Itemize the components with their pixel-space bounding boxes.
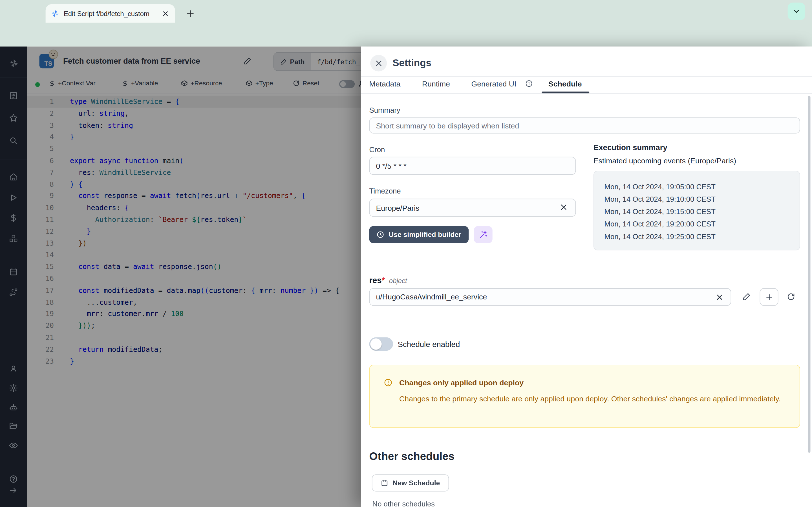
header-divider	[361, 76, 812, 76]
upcoming-events-panel: Mon, 14 Oct 2024, 19:05:00 CEST Mon, 14 …	[594, 171, 800, 250]
event-row: Mon, 14 Oct 2024, 19:10:00 CEST	[604, 193, 799, 205]
panel-chevron-icon[interactable]	[788, 3, 805, 20]
tab-runtime[interactable]: Runtime	[422, 80, 450, 88]
execution-summary-title: Execution summary	[594, 143, 667, 152]
timezone-input[interactable]	[369, 199, 576, 217]
event-row: Mon, 14 Oct 2024, 19:15:00 CEST	[604, 205, 799, 218]
event-row: Mon, 14 Oct 2024, 19:05:00 CEST	[604, 180, 799, 193]
cron-label: Cron	[369, 145, 385, 154]
tab-generated-ui[interactable]: Generated UI	[471, 80, 516, 88]
deploy-warning-box: Changes only applied upon deploy Changes…	[369, 365, 800, 428]
warning-title: Changes only applied upon deploy	[399, 379, 523, 387]
tab-title: Edit Script f/bd/fetch_custom	[64, 10, 160, 17]
edit-resource-pencil-icon[interactable]	[742, 292, 751, 301]
tab-schedule[interactable]: Schedule	[548, 80, 581, 88]
app-window: TS Fetch customer data from EE service P…	[0, 47, 812, 507]
drawer-title: Settings	[393, 57, 432, 69]
browser-tabstrip: Edit Script f/bd/fetch_custom	[0, 0, 812, 23]
warning-body: Changes to the primary schedule are only…	[399, 393, 782, 404]
browser-tab[interactable]: Edit Script f/bd/fetch_custom	[46, 4, 175, 23]
calendar-icon	[380, 479, 389, 487]
refresh-resource-icon[interactable]	[786, 292, 795, 301]
add-resource-plus-button[interactable]	[760, 288, 778, 305]
resource-clear-icon[interactable]	[716, 293, 723, 301]
schedule-enabled-label: Schedule enabled	[398, 340, 460, 349]
upcoming-events-label: Estimated upcoming events (Europe/Paris)	[594, 157, 736, 165]
timezone-label: Timezone	[369, 187, 401, 195]
summary-input[interactable]	[369, 117, 800, 133]
new-schedule-button[interactable]: New Schedule	[372, 474, 449, 492]
alert-icon	[384, 378, 393, 387]
summary-label: Summary	[369, 106, 400, 114]
resource-input[interactable]	[369, 288, 731, 305]
magic-wand-icon	[479, 230, 488, 239]
tabs-divider	[361, 93, 812, 94]
schedule-enabled-toggle[interactable]	[369, 337, 393, 351]
simplified-builder-button[interactable]: Use simplified builder	[369, 226, 469, 243]
other-schedules-title: Other schedules	[369, 450, 455, 462]
windmill-favicon	[51, 9, 59, 18]
timezone-clear-icon[interactable]	[560, 203, 568, 211]
new-tab-icon[interactable]	[183, 6, 198, 21]
event-row: Mon, 14 Oct 2024, 19:20:00 CEST	[604, 218, 799, 230]
browser-navbar: app.windmill.dev/scripts/edit/f/bd/fetch…	[0, 23, 812, 47]
cron-input[interactable]	[369, 157, 576, 175]
tab-close-icon[interactable]	[162, 10, 169, 17]
info-icon	[525, 80, 533, 88]
tab-metadata[interactable]: Metadata	[369, 80, 401, 88]
arg-res-label: res*object	[369, 276, 407, 285]
event-row: Mon, 14 Oct 2024, 19:25:00 CEST	[604, 230, 799, 242]
clock-icon	[377, 231, 385, 238]
screenshot-stage: Edit Script f/bd/fetch_custom app.windmi…	[0, 0, 812, 507]
drawer-scrollbar[interactable]	[808, 96, 810, 453]
close-icon[interactable]	[370, 55, 387, 71]
ai-wand-button[interactable]	[474, 226, 493, 243]
drawer-backdrop[interactable]	[0, 47, 361, 507]
no-other-schedules-text: No other schedules	[372, 500, 435, 507]
settings-drawer: Settings Metadata Runtime Generated UI S…	[361, 47, 812, 507]
